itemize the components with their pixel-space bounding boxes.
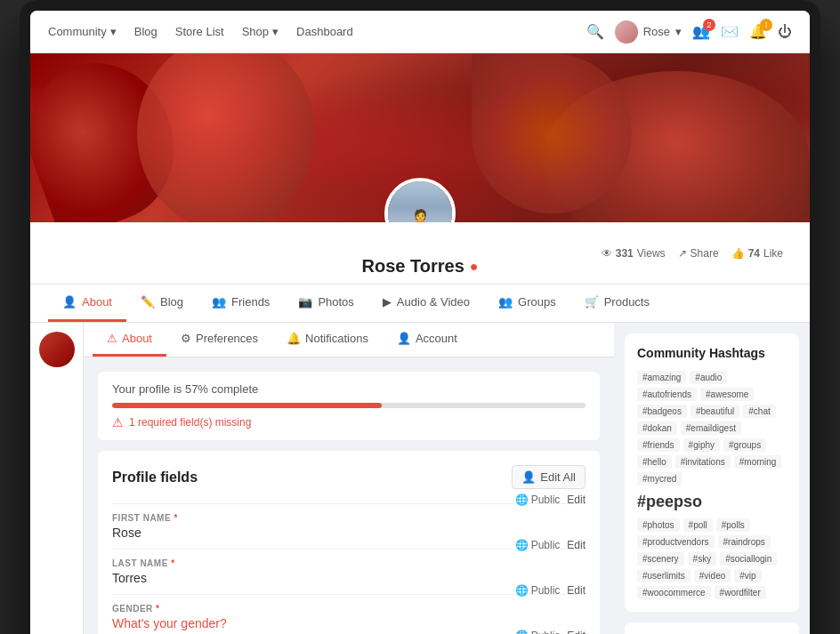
hashtag[interactable]: #vip [734,569,761,582]
field-value: Torres [112,571,586,585]
friends-icon: 👥 [212,295,226,309]
nav-store-list[interactable]: Store List [175,25,224,38]
gear-icon: ⚙ [181,332,191,345]
globe-icon: 🌐 [515,630,529,634]
nav-groups[interactable]: 👥 Groups [484,285,570,322]
progress-bar-bg [112,403,586,408]
globe-icon: 🌐 [515,539,529,551]
search-icon[interactable]: 🔍 [586,23,604,40]
nav-products[interactable]: 🛒 Products [570,285,664,322]
nav-community[interactable]: Community ▾ [48,25,117,38]
field-gender-controls: 🌐 Public Edit [515,584,586,597]
tab-about[interactable]: ⚠ About [93,323,166,357]
hashtag[interactable]: #beautiful [691,405,739,418]
person-icon: 👤 [397,332,411,345]
chevron-down-icon: ▾ [110,25,117,38]
friends-icon[interactable]: 👥 2 [692,23,710,40]
hashtag[interactable]: #hello [637,455,672,469]
hashtag[interactable]: #photos [637,518,680,532]
messages-icon[interactable]: ✉️ [721,23,739,40]
globe-icon: 🌐 [515,584,529,597]
field-edit-link[interactable]: Edit [567,539,586,551]
hashtag[interactable]: #autofriends [637,388,697,401]
profile-fields-section: Profile fields 👤 Edit All 🌐 [98,451,600,634]
error-icon: ⚠ [112,415,124,429]
field-edit-link[interactable]: Edit [567,630,586,634]
progress-bar-fill [112,403,382,408]
warning-icon: ⚠ [107,332,117,345]
hashtag[interactable]: #wordfilter [715,586,766,599]
hashtag[interactable]: #groups [723,438,766,452]
chevron-down-icon: ▾ [675,25,682,38]
nav-blog[interactable]: ✏️ Blog [126,285,198,322]
cover-photo: 🧍 [30,53,810,222]
field-edit-link[interactable]: Edit [567,494,586,506]
nav-shop[interactable]: Shop ▾ [242,25,279,38]
field-edit-link[interactable]: Edit [567,584,586,597]
hashtag[interactable]: #dokan [637,421,677,435]
hashtag[interactable]: #awesome [700,388,754,401]
profile-avatar-wrapper: 🧍 [384,178,456,222]
play-icon: ▶ [383,295,392,309]
hashtag[interactable]: #raindrops [718,535,771,549]
latest-media-card: Latest Media ART ▶ [625,622,799,634]
hashtag[interactable]: #scenery [637,552,684,566]
hashtag[interactable]: #woocommerce [637,586,711,599]
share-icon: ↗ [678,247,687,260]
hashtag[interactable]: #giphy [683,438,720,452]
sub-tabs: ⚠ About ⚙ Preferences 🔔 Notifications 👤 … [84,323,614,357]
profile-content: ⚠ About ⚙ Preferences 🔔 Notifications 👤 … [84,323,614,634]
globe-icon: 🌐 [515,494,529,506]
bell-icon: 🔔 [287,332,301,345]
hashtag[interactable]: #invitations [675,455,731,469]
hashtags-title: Community Hashtags [637,346,787,360]
hashtags-container: #amazing #audio #autofriends #awesome #b… [637,371,787,599]
notifications-icon[interactable]: 🔔 ! [749,23,767,40]
nav-blog[interactable]: Blog [134,25,158,38]
like-icon: 👍 [731,247,745,260]
nav-audio-video[interactable]: ▶ Audio & Video [368,285,484,322]
hashtag[interactable]: #emaildigest [681,421,741,435]
hashtag[interactable]: #morning [734,455,782,469]
hashtag[interactable]: #video [694,569,731,582]
navbar: Community ▾ Blog Store List Shop ▾ Dashb… [30,11,810,53]
hashtag[interactable]: #userlimits [637,569,691,582]
power-icon[interactable]: ⏻ [778,24,792,40]
cart-icon: 🛒 [585,295,599,309]
nav-photos[interactable]: 📷 Photos [284,285,368,322]
edit-all-button[interactable]: 👤 Edit All [512,465,586,489]
hashtag[interactable]: #sociallogin [720,552,777,566]
tab-account[interactable]: 👤 Account [383,323,472,357]
nav-dashboard[interactable]: Dashboard [296,25,353,38]
hashtag[interactable]: #badgeos [637,405,687,418]
right-sidebar: Community Hashtags #amazing #audio #auto… [614,323,810,634]
tab-notifications[interactable]: 🔔 Notifications [272,323,383,357]
field-privacy: 🌐 Public [515,539,561,551]
content-area: Your profile is 57% complete ⚠ 1 require… [84,357,614,634]
fields-title: Profile fields [112,469,198,486]
nav-friends[interactable]: 👥 Friends [198,285,284,322]
navbar-links: Community ▾ Blog Store List Shop ▾ Dashb… [48,25,353,38]
featured-hashtag[interactable]: #peepso [637,489,787,515]
chevron-down-icon: ▾ [272,25,279,38]
progress-section: Your profile is 57% complete ⚠ 1 require… [98,372,600,440]
views-stat: 👁 331 Views [602,247,666,260]
hashtag[interactable]: #amazing [637,371,686,384]
hashtag[interactable]: #mycred [637,472,682,486]
field-firstname-controls: 🌐 Public Edit [515,494,586,506]
field-label: FIRST NAME * [112,513,586,523]
share-stat[interactable]: ↗ Share [678,247,719,260]
hashtag[interactable]: #productvendors [637,535,715,549]
hashtag[interactable]: #poll [683,518,713,532]
hashtag[interactable]: #chat [743,405,775,418]
hashtag[interactable]: #polls [716,518,750,532]
user-menu[interactable]: Rose ▾ [615,20,682,44]
nav-about[interactable]: 👤 About [48,285,126,322]
hashtag[interactable]: #friends [637,438,680,452]
hashtag[interactable]: #audio [690,371,727,384]
hashtag[interactable]: #sky [688,552,717,566]
field-birthdate-controls: 🌐 Public Edit [515,630,586,634]
field-label: GENDER * [112,604,586,614]
field-privacy: 🌐 Public [515,584,561,597]
tab-preferences[interactable]: ⚙ Preferences [166,323,272,357]
